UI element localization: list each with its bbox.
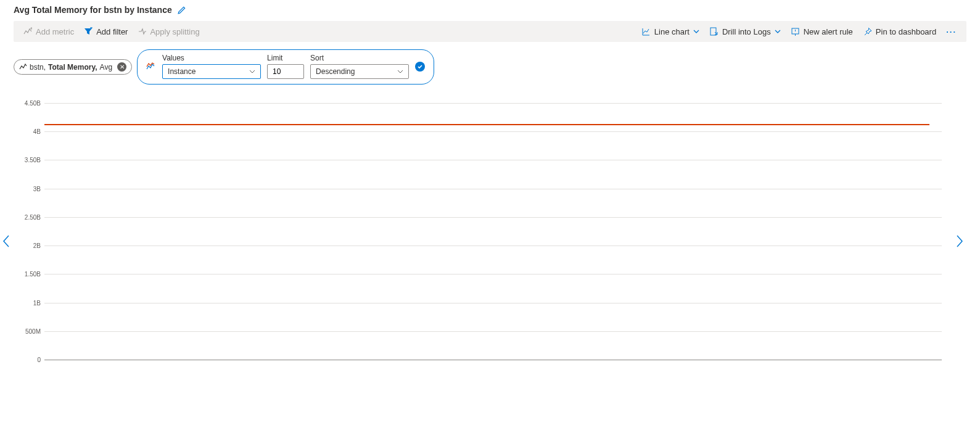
apply-splitting-label: Apply splitting bbox=[150, 27, 199, 36]
values-field-label: Values bbox=[162, 54, 261, 62]
y-tick-label: 4.50B bbox=[25, 100, 41, 107]
limit-field-label: Limit bbox=[267, 54, 304, 62]
sort-selected: Descending bbox=[316, 67, 355, 76]
chevron-down-icon bbox=[397, 68, 403, 75]
sort-select[interactable]: Descending bbox=[310, 64, 409, 79]
logs-icon bbox=[709, 27, 719, 36]
add-metric-icon bbox=[23, 27, 32, 36]
chevron-down-icon bbox=[775, 28, 781, 35]
values-selected: Instance bbox=[168, 67, 196, 76]
values-select[interactable]: Instance bbox=[162, 64, 261, 79]
drill-logs-button[interactable]: Drill into Logs bbox=[704, 21, 786, 42]
metric-agg: Avg bbox=[100, 63, 112, 72]
y-tick-label: 500M bbox=[25, 328, 41, 334]
y-tick-label: 3.50B bbox=[25, 157, 41, 163]
chevron-down-icon bbox=[693, 28, 699, 35]
y-tick-label: 4B bbox=[33, 128, 41, 135]
pin-label: Pin to dashboard bbox=[876, 27, 936, 36]
alert-icon bbox=[791, 27, 800, 36]
prev-chart-icon[interactable] bbox=[2, 234, 10, 248]
line-chart-icon bbox=[641, 27, 651, 36]
chart-type-button[interactable]: Line chart bbox=[636, 21, 704, 42]
edit-title-icon[interactable] bbox=[177, 6, 186, 15]
y-tick-label: 2B bbox=[33, 242, 41, 249]
pin-icon bbox=[863, 27, 872, 36]
y-tick-label: 3B bbox=[33, 185, 41, 192]
new-alert-button[interactable]: New alert rule bbox=[786, 21, 858, 42]
splitting-config: Values Instance Limit Sort Descending bbox=[137, 49, 434, 85]
metric-pill[interactable]: bstn, Total Memory, Avg ✕ bbox=[14, 59, 132, 75]
metric-name: Total Memory, bbox=[48, 63, 97, 72]
add-filter-label: Add filter bbox=[96, 27, 128, 36]
y-tick-label: 1.50B bbox=[25, 271, 41, 278]
splitting-icon bbox=[138, 27, 146, 36]
remove-metric-icon[interactable]: ✕ bbox=[117, 62, 126, 72]
chart-area: 4.50B4B3.50B3B2.50B2B1.50B1B500M0 12 PM6… bbox=[28, 103, 942, 362]
x-axis bbox=[44, 360, 942, 360]
chart-toolbar: Add metric Add filter Apply splitting Li… bbox=[14, 21, 966, 42]
y-tick-label: 1B bbox=[33, 299, 41, 306]
series-line bbox=[44, 124, 929, 125]
new-alert-label: New alert rule bbox=[804, 27, 853, 36]
limit-input[interactable] bbox=[267, 64, 304, 79]
metric-resource: bstn, bbox=[30, 63, 46, 72]
metric-icon bbox=[19, 64, 27, 70]
more-button[interactable]: ··· bbox=[941, 21, 961, 42]
chevron-down-icon bbox=[249, 68, 255, 75]
drill-logs-label: Drill into Logs bbox=[722, 27, 771, 36]
y-tick-label: 2.50B bbox=[25, 213, 41, 220]
chart-type-label: Line chart bbox=[654, 27, 690, 36]
svg-rect-0 bbox=[710, 28, 716, 35]
add-metric-label: Add metric bbox=[36, 27, 74, 36]
page-title: Avg Total Memory for bstn by Instance bbox=[14, 5, 172, 15]
apply-split-icon[interactable] bbox=[415, 62, 425, 72]
next-chart-icon[interactable] bbox=[955, 234, 964, 248]
split-series-icon bbox=[146, 62, 156, 71]
apply-splitting-button[interactable]: Apply splitting bbox=[133, 21, 204, 42]
filter-icon bbox=[84, 27, 93, 36]
add-metric-button[interactable]: Add metric bbox=[19, 21, 79, 42]
sort-field-label: Sort bbox=[310, 54, 409, 62]
y-tick-label: 0 bbox=[37, 357, 41, 363]
add-filter-button[interactable]: Add filter bbox=[79, 21, 133, 42]
pin-button[interactable]: Pin to dashboard bbox=[858, 21, 941, 42]
